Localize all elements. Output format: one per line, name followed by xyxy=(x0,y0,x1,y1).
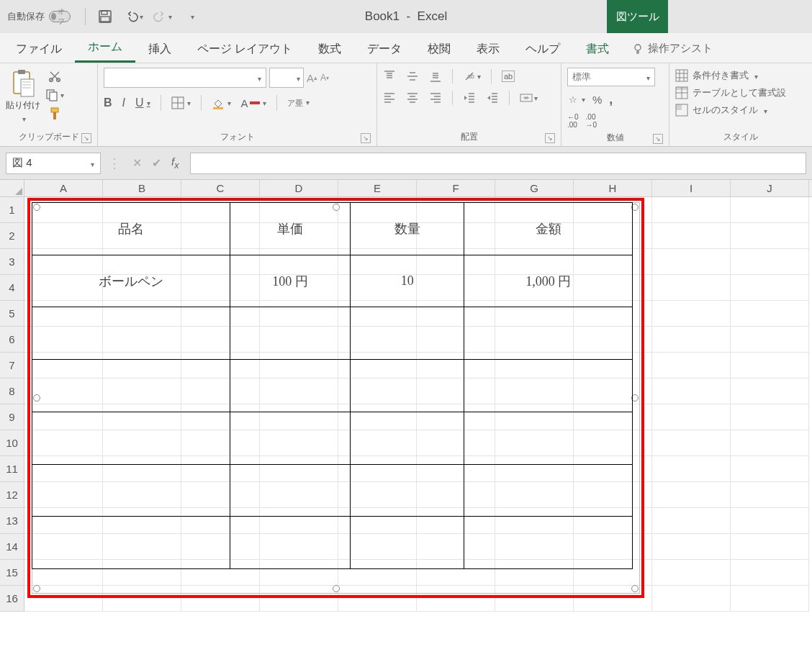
comma-icon[interactable]: , xyxy=(609,92,613,107)
row-header[interactable]: 13 xyxy=(0,508,24,534)
cell[interactable] xyxy=(652,508,731,534)
name-box[interactable]: 図 4 xyxy=(6,153,101,174)
tab-data[interactable]: データ xyxy=(354,35,415,63)
row-header[interactable]: 5 xyxy=(0,301,24,327)
cell[interactable] xyxy=(731,586,809,612)
bold-button[interactable]: B xyxy=(104,96,112,109)
cell[interactable] xyxy=(652,534,731,560)
cell[interactable] xyxy=(652,301,731,327)
cut-icon[interactable] xyxy=(45,69,64,83)
tab-home[interactable]: ホーム xyxy=(75,32,135,63)
fx-icon[interactable]: fx xyxy=(171,155,179,171)
col-header[interactable]: E xyxy=(338,180,417,196)
align-right-icon[interactable] xyxy=(429,91,442,104)
cell[interactable] xyxy=(731,249,809,275)
copy-icon[interactable] xyxy=(45,88,64,102)
clipboard-dialog-launcher[interactable]: ↘ xyxy=(81,133,91,143)
decrease-decimal-icon[interactable]: .00→0 xyxy=(586,113,597,129)
cell[interactable] xyxy=(652,560,731,586)
tab-insert[interactable]: 挿入 xyxy=(135,35,184,63)
row-header[interactable]: 12 xyxy=(0,482,24,508)
col-header[interactable]: I xyxy=(652,180,731,196)
underline-button[interactable]: U xyxy=(135,96,150,109)
tell-me-search[interactable]: 操作アシスト xyxy=(622,35,723,63)
cell[interactable] xyxy=(652,249,731,275)
cell[interactable] xyxy=(652,430,731,456)
cell[interactable] xyxy=(731,275,809,301)
number-dialog-launcher[interactable]: ↘ xyxy=(653,134,663,144)
redo-button[interactable] xyxy=(153,7,172,26)
align-bottom-icon[interactable] xyxy=(429,70,442,83)
tab-format[interactable]: 書式 xyxy=(573,35,622,63)
row-header[interactable]: 15 xyxy=(0,560,24,586)
row-header[interactable]: 9 xyxy=(0,404,24,430)
accounting-format-icon[interactable]: ☆ xyxy=(567,94,585,106)
col-header[interactable]: G xyxy=(495,180,574,196)
col-header[interactable]: H xyxy=(574,180,652,196)
fill-color-button[interactable] xyxy=(212,96,231,109)
tab-view[interactable]: 表示 xyxy=(464,35,513,63)
paste-dropdown[interactable] xyxy=(21,113,26,124)
cell[interactable] xyxy=(652,197,731,223)
number-format-combo[interactable]: 標準 xyxy=(567,68,655,86)
borders-button[interactable] xyxy=(171,96,191,109)
cell[interactable] xyxy=(652,482,731,508)
row-header[interactable]: 4 xyxy=(0,275,24,301)
cell[interactable] xyxy=(652,275,731,301)
cell[interactable] xyxy=(731,327,809,353)
row-header[interactable]: 16 xyxy=(0,586,24,612)
alignment-dialog-launcher[interactable]: ↘ xyxy=(545,133,555,143)
align-top-icon[interactable] xyxy=(383,70,396,83)
cell[interactable] xyxy=(652,378,731,404)
cell[interactable] xyxy=(731,197,809,223)
font-dialog-launcher[interactable]: ↘ xyxy=(361,133,371,143)
increase-font-icon[interactable]: A▴ xyxy=(307,72,317,84)
cell[interactable] xyxy=(652,456,731,482)
formula-input[interactable] xyxy=(190,153,806,174)
split-handle-icon[interactable]: ⋮ xyxy=(108,155,121,171)
tab-formulas[interactable]: 数式 xyxy=(305,35,354,63)
row-header[interactable]: 1 xyxy=(0,197,24,223)
cell-styles-button[interactable]: セルのスタイル xyxy=(675,104,806,117)
cell[interactable] xyxy=(731,482,809,508)
align-center-icon[interactable] xyxy=(406,91,419,104)
cell[interactable] xyxy=(731,301,809,327)
autosave-switch[interactable]: オフ xyxy=(49,11,71,22)
increase-decimal-icon[interactable]: ←0.00 xyxy=(567,113,579,129)
increase-indent-icon[interactable] xyxy=(486,91,499,104)
row-header[interactable]: 7 xyxy=(0,353,24,378)
col-header[interactable]: D xyxy=(260,180,338,196)
align-middle-icon[interactable] xyxy=(406,70,419,83)
cell[interactable] xyxy=(652,404,731,430)
row-header[interactable]: 14 xyxy=(0,534,24,560)
format-as-table-button[interactable]: テーブルとして書式設 xyxy=(675,86,806,99)
italic-button[interactable]: I xyxy=(122,96,125,109)
decrease-indent-icon[interactable] xyxy=(463,91,476,104)
cancel-formula-icon[interactable]: ✕ xyxy=(132,156,142,170)
enter-formula-icon[interactable]: ✔ xyxy=(152,156,161,170)
align-left-icon[interactable] xyxy=(383,91,396,104)
paste-button[interactable]: 貼り付け xyxy=(6,68,40,124)
row-header[interactable]: 2 xyxy=(0,223,24,249)
merge-center-icon[interactable] xyxy=(520,91,538,104)
cell[interactable] xyxy=(731,560,809,586)
col-header[interactable]: F xyxy=(417,180,495,196)
cell[interactable] xyxy=(731,223,809,249)
cell[interactable] xyxy=(731,353,809,378)
cell[interactable] xyxy=(731,534,809,560)
row-header[interactable]: 11 xyxy=(0,456,24,482)
tab-help[interactable]: ヘルプ xyxy=(513,35,573,63)
cell[interactable] xyxy=(731,508,809,534)
decrease-font-icon[interactable]: A▾ xyxy=(320,73,329,83)
tab-review[interactable]: 校閲 xyxy=(415,35,464,63)
tab-file[interactable]: ファイル xyxy=(3,35,75,63)
orientation-icon[interactable]: ab xyxy=(463,70,481,83)
cell[interactable] xyxy=(652,223,731,249)
col-header[interactable]: J xyxy=(731,180,809,196)
cell[interactable] xyxy=(652,586,731,612)
save-icon[interactable] xyxy=(96,7,114,26)
phonetic-button[interactable]: ア亜 xyxy=(287,99,310,106)
conditional-formatting-button[interactable]: 条件付き書式 xyxy=(675,69,806,82)
font-name-combo[interactable] xyxy=(104,68,266,88)
cell[interactable] xyxy=(731,378,809,404)
